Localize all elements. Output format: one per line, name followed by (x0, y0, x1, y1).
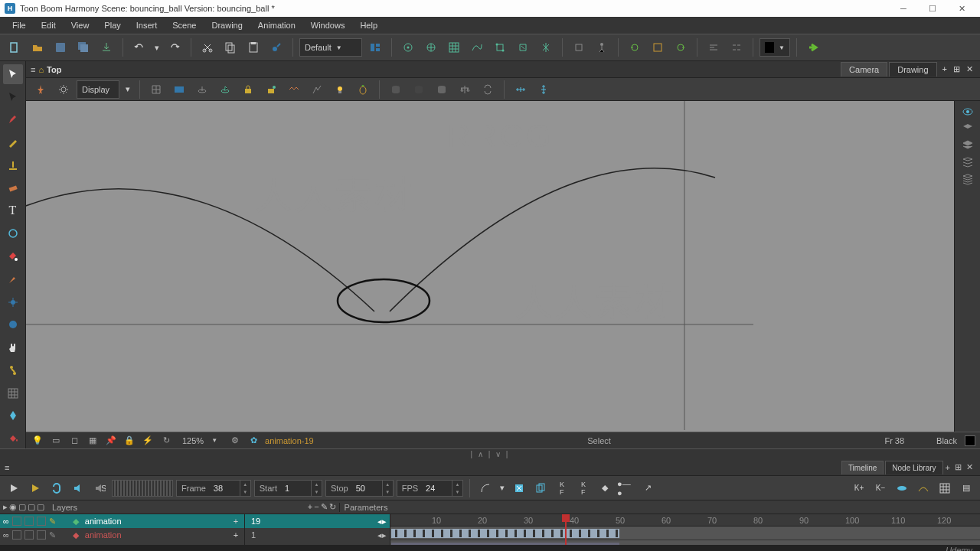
kite-tool[interactable] (3, 406, 23, 425)
sound-button[interactable] (69, 479, 87, 497)
transform-tool[interactable] (3, 87, 23, 107)
balance-button[interactable] (455, 80, 475, 99)
zoom-arrow[interactable]: ▼ (211, 437, 217, 444)
breadcrumb-top[interactable]: Top (47, 65, 61, 74)
eye-timeline-button[interactable] (893, 479, 911, 497)
col-expand-icon[interactable]: ▸ (3, 502, 8, 512)
close-button[interactable]: ✕ (948, 0, 975, 17)
timeline-add-view[interactable]: + (943, 463, 952, 472)
add-drawing-button[interactable]: ✎ (321, 502, 328, 512)
spline-button[interactable] (467, 37, 487, 57)
play-button[interactable] (5, 479, 23, 497)
snap-grid-button[interactable] (444, 37, 464, 57)
visibility-toggle[interactable] (962, 106, 974, 119)
camera-tab[interactable]: Camera (841, 62, 887, 77)
eraser-tool[interactable] (3, 178, 23, 198)
layer-stack-4[interactable] (962, 173, 974, 187)
start-field[interactable]: Start ▲▼ (254, 480, 322, 497)
timeline-close-view[interactable]: ✕ (964, 462, 975, 472)
dropper-tool[interactable] (3, 315, 23, 334)
color-swatch[interactable] (965, 435, 975, 446)
timeline-tab[interactable]: Timeline (841, 461, 884, 474)
collapse-button[interactable]: ▤ (957, 479, 975, 497)
close-view-button[interactable]: ✕ (964, 64, 975, 74)
timeline-ruler[interactable]: 102030405060708090100110120 (390, 514, 980, 527)
gear-status-icon[interactable]: ⚙ (228, 434, 242, 448)
display-dropdown-arrow[interactable]: ▾ (122, 80, 133, 99)
workspace-manage-button[interactable] (365, 37, 385, 57)
k-minus-button[interactable]: K− (871, 479, 890, 497)
safe-area-toggle[interactable] (192, 80, 212, 99)
sound-scrub-button[interactable]: S (90, 479, 109, 497)
xsheet-button[interactable] (936, 479, 954, 497)
lock-button[interactable] (238, 80, 258, 99)
onionskin-button[interactable] (353, 80, 373, 99)
add-view-button[interactable]: + (940, 64, 949, 74)
ruler-v-button[interactable] (534, 80, 554, 99)
tween-button[interactable]: ↗ (639, 479, 657, 497)
deform-button[interactable] (513, 37, 533, 57)
drawing-tab[interactable]: Drawing (889, 62, 936, 77)
cyl1-button[interactable] (386, 80, 406, 99)
cutter-tool[interactable] (3, 269, 23, 289)
bolt-icon[interactable]: ⚡ (141, 434, 155, 448)
kf-minus-button[interactable]: KF (574, 479, 593, 497)
color-dropdown[interactable]: ▼ (760, 38, 790, 57)
contour-button[interactable] (307, 80, 327, 99)
rigging-tool[interactable] (3, 360, 23, 380)
menu-drawing[interactable]: Drawing (204, 18, 250, 33)
display-dropdown[interactable]: Display (77, 80, 119, 99)
field-guide-toggle[interactable] (169, 80, 189, 99)
fps-input[interactable] (423, 484, 452, 493)
menu-view[interactable]: View (64, 18, 97, 33)
onion-next-button[interactable] (671, 37, 691, 57)
copy-key-button[interactable] (531, 479, 550, 497)
col-eye-icon[interactable]: ◉ (9, 502, 17, 512)
kf-plus-button[interactable]: KF (553, 479, 571, 497)
pin-status-icon[interactable]: 📌 (104, 434, 118, 448)
light-button[interactable] (330, 80, 350, 99)
ease-button[interactable] (476, 479, 495, 497)
lock-all-button[interactable] (261, 80, 281, 99)
animate-mode-button[interactable] (266, 37, 286, 57)
track-0[interactable] (390, 527, 980, 540)
timeline-split-view[interactable]: ⊞ (952, 462, 964, 472)
col-solo-icon[interactable]: ▢ (28, 502, 35, 512)
delete-key-button[interactable] (510, 479, 528, 497)
menu-help[interactable]: Help (352, 18, 385, 33)
maximize-button[interactable]: ☐ (919, 0, 946, 17)
redo-button[interactable] (165, 37, 185, 57)
param-row-1[interactable]: 1◂▸ (245, 528, 390, 542)
grid-toggle[interactable] (146, 80, 166, 99)
curve-timeline-button[interactable] (914, 479, 933, 497)
col-onion-icon[interactable]: ▢ (37, 502, 44, 512)
stop-field[interactable]: Stop ▲▼ (325, 480, 394, 497)
zigzag-button[interactable] (284, 80, 304, 99)
monitor-icon[interactable]: ▭ (49, 434, 63, 448)
col-lock-icon[interactable]: ▢ (18, 502, 26, 512)
workspace-dropdown[interactable]: Default▼ (299, 38, 362, 57)
ruler-h-button[interactable] (511, 80, 531, 99)
remove-layer-button[interactable]: − (314, 502, 318, 512)
panel-splitter[interactable]: | ∧ | ∨ | (0, 448, 980, 459)
timeline-menu-icon[interactable]: ≡ (5, 463, 9, 472)
zoom-value[interactable]: 125% (182, 436, 204, 445)
menu-edit[interactable]: Edit (34, 18, 64, 33)
paint-tool[interactable] (3, 246, 23, 266)
copy-button[interactable] (220, 37, 240, 57)
playhead[interactable] (565, 514, 567, 545)
overscan-toggle[interactable] (215, 80, 235, 99)
layer-stack-3[interactable] (962, 156, 974, 170)
track-1[interactable] (390, 540, 980, 545)
frame-field[interactable]: Frame ▲▼ (176, 480, 251, 497)
undo-button[interactable] (129, 37, 149, 57)
minimize-button[interactable]: ─ (890, 0, 917, 17)
distribute-button[interactable] (727, 37, 746, 57)
bucket-tool[interactable] (3, 429, 23, 448)
camera-peg-button[interactable] (569, 37, 589, 57)
timeline-tracks[interactable]: 102030405060708090100110120 ↖ (390, 514, 980, 545)
frame-input[interactable] (211, 484, 240, 493)
camera-viewport[interactable]: RRCG 人人素材 人人素材 (26, 101, 954, 432)
fps-field[interactable]: FPS ▲▼ (397, 480, 463, 497)
align-button[interactable] (704, 37, 724, 57)
